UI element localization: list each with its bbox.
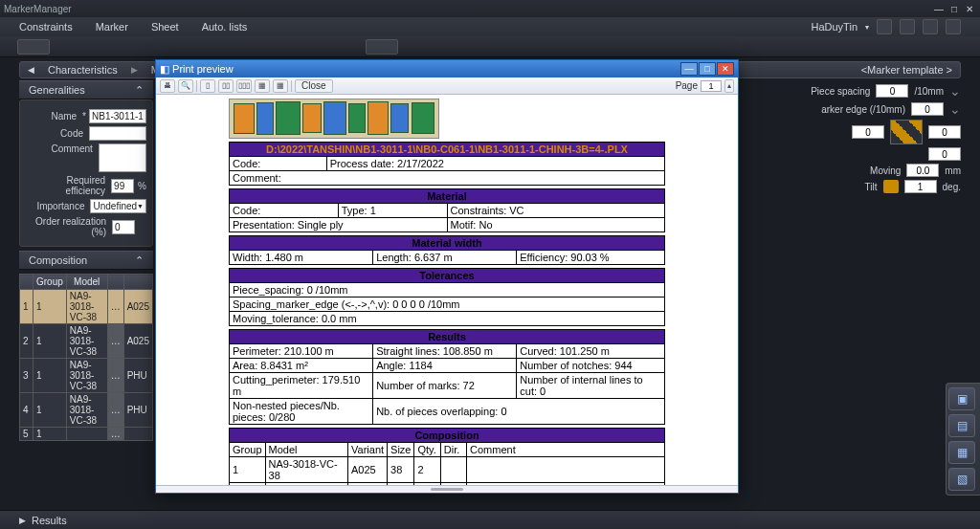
name-input[interactable] xyxy=(89,109,146,123)
orientation-swatch[interactable] xyxy=(890,120,923,144)
pad-right-input[interactable] xyxy=(928,125,961,139)
tray-button-4[interactable]: ▧ xyxy=(948,468,975,491)
maximize-button[interactable]: □ xyxy=(947,3,961,14)
file-path: D:\2022\TANSHIN\NB1-3011-1\NB0-C061-1\NB… xyxy=(230,143,665,157)
dialog-resize-handle[interactable] xyxy=(156,485,738,493)
tab-characteristics[interactable]: Characteristics xyxy=(48,64,118,76)
lectra-icon: ◧ xyxy=(160,63,169,76)
table-row[interactable]: 21NA9-3018-VC-38…A025 xyxy=(20,324,153,359)
table-row: 1NA9-3018-VC-38A025382 xyxy=(230,457,665,483)
composition-grid: Group Model 11NA9-3018-VC-38…A025 21NA9-… xyxy=(19,274,153,441)
print-icon[interactable]: 🖶 xyxy=(160,79,175,93)
page-spinner[interactable]: ▴ xyxy=(724,79,734,93)
composition-header[interactable]: Composition⌃ xyxy=(19,251,153,270)
reqeff-input[interactable] xyxy=(111,179,134,193)
menubar: Constraints Marker Sheet Auto. lists HaD… xyxy=(0,17,980,36)
page-label: Page xyxy=(676,80,698,91)
preview-close-button[interactable]: Close xyxy=(295,79,333,93)
edge-spacing-input[interactable] xyxy=(911,102,944,116)
app-title: MarkerManager xyxy=(4,4,72,14)
tray-button-2[interactable]: ▤ xyxy=(948,414,975,437)
minimize-button[interactable]: — xyxy=(932,3,946,14)
moving-label: Moving xyxy=(870,165,901,176)
toolbar-icon-2[interactable] xyxy=(900,19,915,34)
comment-input[interactable] xyxy=(99,143,146,172)
spacing-panel: Piece spacing/10mm⌄ arker edge (/10mm)⌄ … xyxy=(750,80,961,196)
toolbar-slot-1[interactable] xyxy=(17,39,50,55)
table-row[interactable]: 31NA9-3018-VC-38…PHU xyxy=(20,359,153,393)
orderreal-label: Order realization (%) xyxy=(26,216,112,237)
menu-autolists[interactable]: Auto. lists xyxy=(202,21,248,33)
dialog-minimize-button[interactable]: — xyxy=(680,62,698,76)
toolbar-slot-2[interactable] xyxy=(366,39,398,55)
dialog-maximize-button[interactable]: □ xyxy=(699,62,716,76)
dialog-body[interactable]: D:\2022\TANSHIN\NB1-3011-1\NB0-C061-1\NB… xyxy=(156,95,738,485)
name-label: Name xyxy=(26,111,82,121)
zoom-icon[interactable]: 🔍 xyxy=(178,79,193,93)
code-input[interactable] xyxy=(89,126,146,141)
code-label: Code xyxy=(26,128,89,139)
matwidth-head: Material width xyxy=(230,236,665,251)
tolerances-head: Tolerances xyxy=(230,269,665,283)
tray-button-3[interactable]: ▦ xyxy=(948,441,975,464)
dialog-title: Print preview xyxy=(172,63,234,75)
pad-left-input[interactable] xyxy=(852,125,884,139)
tilt-input[interactable] xyxy=(904,180,937,193)
pad-center-input[interactable] xyxy=(928,147,961,161)
piece-spacing-label: Piece spacing xyxy=(811,86,870,97)
close-button[interactable]: ✕ xyxy=(963,3,976,14)
secondary-toolbar xyxy=(0,36,980,57)
table-row[interactable]: 41NA9-3018-VC-38…PHU xyxy=(20,393,153,428)
generalities-panel: Name* Code Comment Required efficiency% … xyxy=(19,99,153,247)
generalities-header[interactable]: Generalities ⌃ xyxy=(19,80,153,99)
col-group: Group xyxy=(33,275,67,290)
side-tray: ▣ ▤ ▦ ▧ xyxy=(946,383,980,496)
table-row[interactable]: 11NA9-3018-VC-38…A025 xyxy=(20,290,153,324)
page-input[interactable] xyxy=(701,80,722,92)
view-grid4-icon[interactable]: ▦ xyxy=(255,79,270,93)
importance-select[interactable]: Undefined▼ xyxy=(90,199,146,213)
view-single-icon[interactable]: ▯ xyxy=(200,79,215,93)
dialog-close-button[interactable]: ✕ xyxy=(717,62,734,76)
toolbar-icon-1[interactable] xyxy=(877,19,892,34)
composition-head: Composition xyxy=(230,429,665,443)
edge-spacing-label: arker edge (/10mm) xyxy=(821,104,905,115)
print-preview-dialog: ◧ Print preview — □ ✕ 🖶 🔍 ▯ ▯▯ ▯▯▯ ▦ ▦ C… xyxy=(155,59,739,494)
app-titlebar: MarkerManager — □ ✕ xyxy=(0,0,980,17)
results-head: Results xyxy=(230,330,665,344)
reqeff-label: Required efficiency xyxy=(26,175,111,196)
menu-marker[interactable]: Marker xyxy=(96,21,128,33)
comment-label: Comment xyxy=(26,143,99,154)
col-index xyxy=(20,275,33,290)
toolbar-icon-4[interactable] xyxy=(946,19,961,34)
importance-label: Importance xyxy=(26,201,90,211)
orderreal-input[interactable] xyxy=(112,220,135,234)
tilt-icon xyxy=(883,180,899,193)
chevron-down-icon[interactable]: ⌄ xyxy=(949,83,961,99)
bottom-bar: ▶ Results xyxy=(0,510,980,529)
view-three-icon[interactable]: ▯▯▯ xyxy=(236,79,252,93)
menu-constraints[interactable]: Constraints xyxy=(19,21,73,33)
results-tab[interactable]: Results xyxy=(32,515,67,526)
col-btn xyxy=(107,275,123,290)
view-grid6-icon[interactable]: ▦ xyxy=(273,79,288,93)
dialog-toolbar: 🖶 🔍 ▯ ▯▯ ▯▯▯ ▦ ▦ Close Page▴ xyxy=(156,77,738,95)
hdr-code: Code: xyxy=(230,157,327,171)
col-model: Model xyxy=(66,275,107,290)
material-head: Material xyxy=(230,189,665,204)
view-two-icon[interactable]: ▯▯ xyxy=(218,79,234,93)
toolbar-icon-3[interactable] xyxy=(923,19,938,34)
piece-spacing-input[interactable] xyxy=(876,84,908,98)
dialog-titlebar[interactable]: ◧ Print preview — □ ✕ xyxy=(156,60,738,77)
user-menu[interactable]: HaDuyTin xyxy=(812,21,858,33)
col-var xyxy=(123,275,152,290)
tilt-label: Tilt xyxy=(865,182,878,192)
table-row[interactable]: 51… xyxy=(20,428,153,441)
moving-input[interactable] xyxy=(906,164,939,177)
hdr-procdate: Process date: 2/17/2022 xyxy=(326,157,664,171)
menu-sheet[interactable]: Sheet xyxy=(151,21,179,33)
hdr-comment: Comment: xyxy=(230,171,665,186)
chevron-down-icon[interactable]: ⌄ xyxy=(949,101,961,117)
tray-button-1[interactable]: ▣ xyxy=(948,387,975,410)
marker-template-label[interactable]: <Marker template > xyxy=(861,64,952,76)
